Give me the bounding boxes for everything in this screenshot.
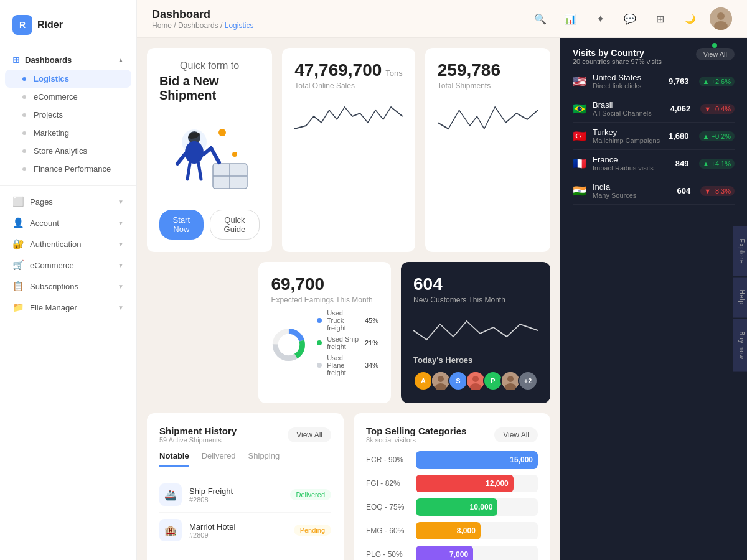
shipment-item-2: 🏨 Marriot Hotel #2809 Pending bbox=[159, 513, 331, 548]
chevron-right-icon: ▼ bbox=[118, 241, 124, 248]
quick-guide-button[interactable]: Quick Guide bbox=[210, 210, 260, 240]
right-panel: Visits by Country 20 countries share 97%… bbox=[560, 38, 747, 560]
shipment-info-2: Marriot Hotel #2809 bbox=[189, 522, 286, 539]
shipment-info-1: Ship Freight #2808 bbox=[189, 487, 283, 503]
explore-button[interactable]: Explore bbox=[733, 226, 747, 276]
bar-track: 10,000 bbox=[416, 498, 538, 516]
bar-value: 8,000 bbox=[457, 526, 476, 535]
bar-label: FGI - 82% bbox=[366, 479, 410, 488]
sidebar: R Rider ⊞ Dashboards ▲ Logistics eCommer… bbox=[0, 0, 137, 560]
stat-card-total-sales: 47,769,700 Tons Total Online Sales bbox=[282, 48, 415, 252]
country-item: 🇹🇷 Turkey Mailchimp Campaigns 1,680 ▲ +0… bbox=[573, 123, 735, 150]
top-categories-title-group: Top Selling Categories 8k social visitor… bbox=[366, 426, 466, 444]
svg-line-15 bbox=[199, 164, 201, 179]
file-icon: 📁 bbox=[12, 302, 24, 313]
second-cards-grid: 69,700 Expected Earnings This Month bbox=[147, 262, 550, 403]
svg-line-14 bbox=[187, 164, 190, 179]
sidebar-item-logistics[interactable]: Logistics bbox=[5, 70, 131, 88]
stat-card-shipments: 259,786 Total Shipments bbox=[425, 48, 550, 252]
bar-item: ECR - 90% 15,000 bbox=[366, 451, 538, 469]
bottom-grid: Shipment History 59 Active Shipments Vie… bbox=[147, 413, 550, 560]
message-icon[interactable]: 💬 bbox=[620, 9, 640, 29]
sidebar-item-finance-performance[interactable]: Finance Performance bbox=[0, 160, 136, 178]
sidebar-item-account[interactable]: 👤 Account ▼ bbox=[0, 212, 136, 233]
svg-point-21 bbox=[438, 376, 444, 382]
legend-plane: Used Plane freight 34% bbox=[317, 354, 378, 376]
sidebar-item-file-manager[interactable]: 📁 File Manager ▼ bbox=[0, 297, 136, 318]
sidebar-item-ecommerce-nav[interactable]: 🛒 eCommerce ▼ bbox=[0, 254, 136, 276]
plane-dot bbox=[317, 363, 322, 368]
buy-now-button[interactable]: Buy now bbox=[733, 319, 747, 372]
country-change: ▲ +2.6% bbox=[699, 77, 735, 86]
country-info: Turkey Mailchimp Campaigns bbox=[593, 128, 662, 144]
dashboards-label: ⊞ Dashboards bbox=[12, 55, 72, 65]
bar-track: 15,000 bbox=[416, 451, 538, 469]
freight-legend: Used Truck freight 45% Used Ship freight… bbox=[317, 309, 378, 380]
cv-title-group: Visits by Country 20 countries share 97%… bbox=[573, 48, 662, 65]
country-change: ▼ -0.4% bbox=[700, 104, 735, 114]
promo-text: Quick form to bbox=[180, 60, 239, 72]
country-visits-section: Visits by Country 20 countries share 97%… bbox=[560, 38, 747, 560]
sidebar-item-pages[interactable]: ⬜ Pages ▼ bbox=[0, 191, 136, 212]
help-button[interactable]: Help bbox=[733, 278, 747, 318]
settings-icon[interactable]: ✦ bbox=[590, 9, 610, 29]
header-left: Dashboard Home / Dashboards / Logistics bbox=[152, 8, 253, 30]
cv-title: Visits by Country bbox=[573, 48, 662, 58]
dot-icon bbox=[22, 95, 26, 99]
pages-icon: ⬜ bbox=[12, 196, 24, 207]
sidebar-item-authentication[interactable]: 🔐 Authentication ▼ bbox=[0, 233, 136, 254]
tab-notable[interactable]: Notable bbox=[159, 451, 189, 467]
country-list: 🇺🇸 United States Direct link clicks 9,76… bbox=[573, 68, 735, 205]
chevron-right-icon: ▼ bbox=[118, 198, 124, 205]
sidebar-item-store-analytics[interactable]: Store Analytics bbox=[0, 142, 136, 160]
country-item: 🇺🇸 United States Direct link clicks 9,76… bbox=[573, 68, 735, 95]
ship-freight-icon: 🚢 bbox=[159, 483, 182, 506]
side-buttons: Explore Help Buy now bbox=[733, 226, 747, 372]
dot-icon bbox=[22, 131, 26, 135]
sidebar-item-ecommerce[interactable]: eCommerce bbox=[0, 88, 136, 106]
categories-view-all-button[interactable]: View All bbox=[494, 427, 538, 442]
dark-mode-toggle[interactable]: 🌙 bbox=[680, 9, 700, 29]
sidebar-item-subscriptions[interactable]: 📋 Subscriptions ▼ bbox=[0, 276, 136, 297]
sidebar-item-projects[interactable]: Projects bbox=[0, 106, 136, 124]
total-sales-chart bbox=[294, 98, 403, 135]
ecommerce-icon: 🛒 bbox=[12, 259, 24, 271]
top-categories-title: Top Selling Categories bbox=[366, 426, 466, 436]
shipment-id-1: #2808 bbox=[189, 496, 283, 503]
country-source: Mailchimp Campaigns bbox=[593, 137, 662, 144]
tab-shipping[interactable]: Shipping bbox=[248, 451, 280, 467]
customers-chart bbox=[413, 312, 538, 349]
shipment-history-subtitle: 59 Active Shipments bbox=[159, 436, 237, 444]
user-avatar[interactable] bbox=[710, 7, 732, 30]
shipment-history-card: Shipment History 59 Active Shipments Vie… bbox=[147, 413, 344, 560]
total-sales-number: 47,769,700 bbox=[294, 60, 382, 80]
dashboards-header[interactable]: ⊞ Dashboards ▲ bbox=[0, 50, 136, 70]
cv-header: Visits by Country 20 countries share 97%… bbox=[573, 48, 735, 65]
bar-track: 8,000 bbox=[416, 522, 538, 539]
cv-view-all-button[interactable]: View All bbox=[696, 48, 735, 60]
start-now-button[interactable]: Start Now bbox=[159, 210, 204, 240]
subscriptions-icon: 📋 bbox=[12, 281, 24, 292]
bars-container: ECR - 90% 15,000 FGI - 82% 12,000 EOQ - … bbox=[366, 451, 538, 560]
grid-view-icon[interactable]: ⊞ bbox=[650, 9, 670, 29]
country-name: France bbox=[593, 155, 669, 164]
chevron-right-icon: ▼ bbox=[118, 283, 124, 290]
legend-ship: Used Ship freight 21% bbox=[317, 335, 378, 350]
content-area: Quick form to Bid a New Shipment bbox=[137, 38, 747, 560]
bar-fill: 8,000 bbox=[416, 522, 481, 539]
chart-icon[interactable]: 📊 bbox=[560, 9, 580, 29]
search-icon[interactable]: 🔍 bbox=[530, 9, 550, 29]
country-visits-count: 604 bbox=[677, 186, 691, 195]
shipment-history-title: Shipment History bbox=[159, 426, 237, 436]
bar-item: FMG - 60% 8,000 bbox=[366, 522, 538, 539]
country-visits-count: 1,680 bbox=[669, 131, 689, 141]
logo-icon: R bbox=[12, 15, 32, 35]
divider bbox=[0, 185, 136, 186]
shipment-name-1: Ship Freight bbox=[189, 487, 283, 496]
sidebar-item-marketing[interactable]: Marketing bbox=[0, 124, 136, 142]
tab-delivered[interactable]: Delivered bbox=[202, 451, 236, 467]
shipment-history-header: Shipment History 59 Active Shipments Vie… bbox=[159, 426, 331, 444]
country-flag: 🇮🇳 bbox=[573, 184, 586, 198]
shipments-number: 259,786 bbox=[438, 60, 538, 80]
shipment-view-all-button[interactable]: View All bbox=[288, 427, 331, 442]
